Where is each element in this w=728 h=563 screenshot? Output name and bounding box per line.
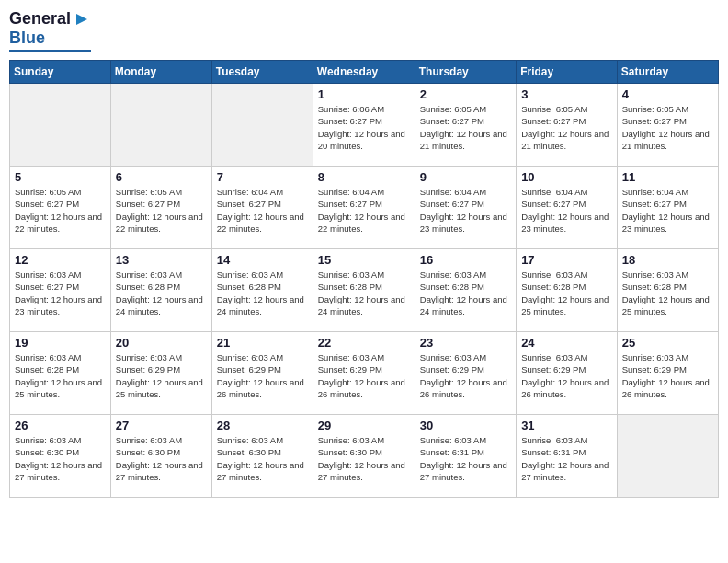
calendar-day-cell: 22Sunrise: 6:03 AMSunset: 6:29 PMDayligh…	[313, 332, 415, 415]
day-number: 26	[15, 419, 106, 432]
calendar-day-header: Thursday	[415, 61, 516, 84]
calendar-day-cell: 2Sunrise: 6:05 AMSunset: 6:27 PMDaylight…	[415, 84, 516, 167]
day-number: 13	[116, 253, 207, 267]
day-info: Sunrise: 6:04 AMSunset: 6:27 PMDaylight:…	[420, 186, 511, 235]
day-number: 5	[15, 170, 106, 184]
day-info: Sunrise: 6:03 AMSunset: 6:29 PMDaylight:…	[217, 351, 308, 400]
day-number: 9	[420, 170, 511, 184]
calendar-day-cell: 17Sunrise: 6:03 AMSunset: 6:28 PMDayligh…	[517, 249, 618, 332]
day-number: 28	[217, 419, 308, 432]
day-number: 21	[217, 336, 308, 350]
day-info: Sunrise: 6:03 AMSunset: 6:31 PMDaylight:…	[521, 434, 612, 483]
day-info: Sunrise: 6:03 AMSunset: 6:29 PMDaylight:…	[420, 351, 511, 400]
day-info: Sunrise: 6:05 AMSunset: 6:27 PMDaylight:…	[622, 103, 713, 152]
calendar-week-row: 19Sunrise: 6:03 AMSunset: 6:28 PMDayligh…	[10, 332, 719, 415]
calendar-day-cell: 21Sunrise: 6:03 AMSunset: 6:29 PMDayligh…	[211, 332, 313, 415]
calendar-week-row: 12Sunrise: 6:03 AMSunset: 6:27 PMDayligh…	[10, 249, 719, 332]
day-number: 30	[420, 419, 511, 432]
calendar-table: SundayMondayTuesdayWednesdayThursdayFrid…	[9, 60, 719, 498]
header: General Blue	[9, 9, 719, 52]
day-number: 4	[622, 87, 713, 101]
day-number: 24	[521, 336, 612, 350]
day-number: 14	[217, 253, 308, 267]
calendar-week-row: 5Sunrise: 6:05 AMSunset: 6:27 PMDaylight…	[10, 167, 719, 249]
calendar-day-cell: 20Sunrise: 6:03 AMSunset: 6:29 PMDayligh…	[110, 332, 211, 415]
day-info: Sunrise: 6:05 AMSunset: 6:27 PMDaylight:…	[420, 103, 511, 152]
day-info: Sunrise: 6:03 AMSunset: 6:28 PMDaylight:…	[217, 269, 308, 317]
day-number: 23	[420, 336, 511, 350]
logo-underline	[9, 50, 91, 52]
day-info: Sunrise: 6:03 AMSunset: 6:28 PMDaylight:…	[116, 269, 207, 317]
calendar-day-cell: 29Sunrise: 6:03 AMSunset: 6:30 PMDayligh…	[313, 415, 415, 498]
calendar-day-cell: 1Sunrise: 6:06 AMSunset: 6:27 PMDaylight…	[313, 84, 415, 167]
calendar-day-header: Sunday	[10, 61, 111, 84]
calendar-day-cell: 15Sunrise: 6:03 AMSunset: 6:28 PMDayligh…	[313, 249, 415, 332]
calendar-day-cell: 19Sunrise: 6:03 AMSunset: 6:28 PMDayligh…	[10, 332, 111, 415]
calendar-day-cell: 13Sunrise: 6:03 AMSunset: 6:28 PMDayligh…	[110, 249, 211, 332]
day-number: 19	[15, 336, 106, 350]
calendar-day-cell: 24Sunrise: 6:03 AMSunset: 6:29 PMDayligh…	[517, 332, 618, 415]
calendar-day-cell: 12Sunrise: 6:03 AMSunset: 6:27 PMDayligh…	[10, 249, 111, 332]
calendar-day-cell: 9Sunrise: 6:04 AMSunset: 6:27 PMDaylight…	[415, 167, 516, 249]
calendar-day-cell: 7Sunrise: 6:04 AMSunset: 6:27 PMDaylight…	[211, 167, 313, 249]
day-number: 18	[622, 253, 713, 267]
day-info: Sunrise: 6:03 AMSunset: 6:28 PMDaylight:…	[15, 351, 106, 400]
day-info: Sunrise: 6:04 AMSunset: 6:27 PMDaylight:…	[217, 186, 308, 235]
calendar-day-header: Wednesday	[313, 61, 415, 84]
calendar-day-cell: 18Sunrise: 6:03 AMSunset: 6:28 PMDayligh…	[617, 249, 718, 332]
day-info: Sunrise: 6:06 AMSunset: 6:27 PMDaylight:…	[318, 103, 410, 152]
day-info: Sunrise: 6:03 AMSunset: 6:30 PMDaylight:…	[318, 434, 410, 483]
day-info: Sunrise: 6:05 AMSunset: 6:27 PMDaylight:…	[116, 186, 207, 235]
day-number: 2	[420, 87, 511, 101]
day-number: 20	[116, 336, 207, 350]
calendar-day-header: Saturday	[617, 61, 718, 84]
day-info: Sunrise: 6:04 AMSunset: 6:27 PMDaylight:…	[521, 186, 612, 235]
calendar-day-cell: 3Sunrise: 6:05 AMSunset: 6:27 PMDaylight…	[517, 84, 618, 167]
day-info: Sunrise: 6:04 AMSunset: 6:27 PMDaylight:…	[622, 186, 713, 235]
calendar-day-cell: 30Sunrise: 6:03 AMSunset: 6:31 PMDayligh…	[415, 415, 516, 498]
calendar-day-cell: 31Sunrise: 6:03 AMSunset: 6:31 PMDayligh…	[517, 415, 618, 498]
day-number: 3	[521, 87, 612, 101]
svg-marker-0	[76, 14, 87, 25]
calendar-day-cell: 28Sunrise: 6:03 AMSunset: 6:30 PMDayligh…	[211, 415, 313, 498]
day-info: Sunrise: 6:03 AMSunset: 6:30 PMDaylight:…	[217, 434, 308, 483]
day-info: Sunrise: 6:03 AMSunset: 6:30 PMDaylight:…	[116, 434, 207, 483]
calendar-day-cell	[10, 84, 111, 167]
day-number: 8	[318, 170, 410, 184]
day-info: Sunrise: 6:03 AMSunset: 6:30 PMDaylight:…	[15, 434, 106, 483]
calendar-day-cell	[211, 84, 313, 167]
day-number: 31	[521, 419, 612, 432]
day-number: 29	[318, 419, 410, 432]
day-info: Sunrise: 6:03 AMSunset: 6:28 PMDaylight:…	[622, 269, 713, 317]
day-number: 16	[420, 253, 511, 267]
day-number: 22	[318, 336, 410, 350]
day-number: 12	[15, 253, 106, 267]
day-number: 1	[318, 87, 410, 101]
logo-arrow-icon	[73, 10, 91, 29]
day-info: Sunrise: 6:03 AMSunset: 6:29 PMDaylight:…	[318, 351, 410, 400]
calendar-day-header: Friday	[517, 61, 618, 84]
day-info: Sunrise: 6:05 AMSunset: 6:27 PMDaylight:…	[521, 103, 612, 152]
calendar-day-cell: 23Sunrise: 6:03 AMSunset: 6:29 PMDayligh…	[415, 332, 516, 415]
logo: General Blue	[9, 9, 91, 52]
calendar-week-row: 26Sunrise: 6:03 AMSunset: 6:30 PMDayligh…	[10, 415, 719, 498]
day-number: 6	[116, 170, 207, 184]
day-info: Sunrise: 6:04 AMSunset: 6:27 PMDaylight:…	[318, 186, 410, 235]
calendar-day-cell: 10Sunrise: 6:04 AMSunset: 6:27 PMDayligh…	[517, 167, 618, 249]
day-number: 15	[318, 253, 410, 267]
day-info: Sunrise: 6:03 AMSunset: 6:29 PMDaylight:…	[116, 351, 207, 400]
day-info: Sunrise: 6:03 AMSunset: 6:27 PMDaylight:…	[15, 269, 106, 317]
calendar-day-cell	[617, 415, 718, 498]
logo-blue-text: Blue	[9, 29, 45, 48]
calendar-day-header: Monday	[110, 61, 211, 84]
day-number: 25	[622, 336, 713, 350]
page: General Blue SundayMondayTuesdayWednesda…	[0, 0, 728, 563]
day-number: 10	[521, 170, 612, 184]
calendar-week-row: 1Sunrise: 6:06 AMSunset: 6:27 PMDaylight…	[10, 84, 719, 167]
day-number: 17	[521, 253, 612, 267]
calendar-header-row: SundayMondayTuesdayWednesdayThursdayFrid…	[10, 61, 719, 84]
day-info: Sunrise: 6:03 AMSunset: 6:28 PMDaylight:…	[420, 269, 511, 317]
day-info: Sunrise: 6:03 AMSunset: 6:28 PMDaylight:…	[521, 269, 612, 317]
calendar-day-cell: 25Sunrise: 6:03 AMSunset: 6:29 PMDayligh…	[617, 332, 718, 415]
calendar-day-header: Tuesday	[211, 61, 313, 84]
